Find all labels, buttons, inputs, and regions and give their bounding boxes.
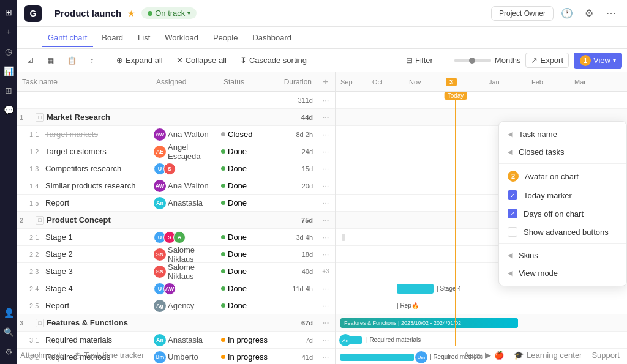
filter-button[interactable]: ⊟ Filter bbox=[401, 53, 438, 67]
sidebar-icon-add[interactable]: + bbox=[1, 24, 16, 39]
sidebar-icon-grid[interactable]: ⊞ bbox=[1, 83, 16, 98]
more-cell[interactable]: ··· bbox=[317, 318, 335, 327]
export-button[interactable]: ↗ Export bbox=[525, 53, 569, 68]
learning-center-button[interactable]: 🎓 Learning center bbox=[514, 351, 582, 360]
table-row: 1.1 Target markets AW Ana Walton Closed … bbox=[17, 126, 335, 143]
dropdown-separator bbox=[499, 243, 626, 244]
duration-cell: 24d bbox=[274, 148, 317, 155]
more-cell[interactable]: ··· bbox=[317, 284, 335, 293]
table-row: 1.3 Competitors research U S Done 15d ··… bbox=[17, 160, 335, 177]
support-button[interactable]: Support bbox=[591, 351, 620, 360]
dropdown-label: View mode bbox=[519, 269, 558, 278]
more-cell[interactable]: ··· bbox=[317, 181, 335, 190]
tab-gantt-chart[interactable]: Gantt chart bbox=[42, 29, 93, 47]
more-cell[interactable]: ··· bbox=[317, 198, 335, 207]
sidebar-icon-search[interactable]: 🔍 bbox=[1, 325, 16, 340]
dropdown-item-days-off[interactable]: ✓ Days off on chart bbox=[499, 204, 626, 223]
table-row: 1.4 Similar products research AW Ana Wal… bbox=[17, 177, 335, 195]
gantt-row-3: Features & Functions | 2023/10/02 - 2024… bbox=[336, 314, 627, 332]
task-name-cell: 2.4 Stage 4 bbox=[17, 284, 151, 293]
avatar: AW bbox=[154, 180, 166, 192]
task-time-tracker-button[interactable]: ◷ Task time tracker bbox=[74, 351, 144, 360]
sidebar-icon-home[interactable]: ⊞ bbox=[1, 5, 16, 20]
status-badge[interactable]: On track ▾ bbox=[141, 7, 197, 19]
sidebar-icon-clock[interactable]: ◷ bbox=[1, 44, 16, 59]
apps-icon2: 🍎 bbox=[494, 351, 504, 360]
history-icon[interactable]: 🕐 bbox=[558, 5, 576, 22]
project-owner-button[interactable]: Project Owner bbox=[491, 6, 554, 21]
table-row: 1.5 Report An Anastasia Done ··· bbox=[17, 195, 335, 212]
more-cell[interactable]: ··· bbox=[317, 301, 335, 310]
grid-icon[interactable]: ▦ bbox=[42, 54, 59, 67]
dropdown-item-closed-tasks[interactable]: ◀ Closed tasks bbox=[499, 143, 626, 161]
checkbox-checked-icon: ✓ bbox=[508, 209, 517, 218]
more-cell[interactable]: ··· bbox=[317, 147, 335, 156]
status-dot bbox=[221, 166, 225, 171]
avatar: SN bbox=[154, 248, 166, 261]
sidebar-icon-settings[interactable]: ⚙ bbox=[1, 344, 16, 359]
collapse-all-button[interactable]: ✕ Collapse all bbox=[171, 53, 231, 67]
more-cell[interactable]: ··· bbox=[317, 130, 335, 139]
tab-board[interactable]: Board bbox=[96, 29, 129, 47]
more-cell[interactable]: ··· bbox=[317, 113, 335, 122]
task-icon[interactable]: 📋 bbox=[62, 54, 81, 67]
dropdown-item-view-mode[interactable]: ◀ View mode bbox=[499, 264, 626, 282]
summary-row: 311d ··· bbox=[17, 92, 335, 109]
table-row: 2 □ Product Concept 75d ··· bbox=[17, 212, 335, 229]
assigned-cell: U S bbox=[151, 163, 219, 175]
more-cell[interactable]: ··· bbox=[317, 335, 335, 344]
more-cell[interactable]: +3 bbox=[317, 268, 335, 275]
cascade-sorting-button[interactable]: ↧ Cascade sorting bbox=[235, 53, 312, 67]
view-chevron: ▾ bbox=[613, 57, 616, 64]
status-text: Done bbox=[228, 284, 247, 293]
summary-more[interactable]: ··· bbox=[317, 95, 335, 105]
task-num: 1.3 bbox=[29, 165, 43, 173]
task-name-cell: 2.5 Report bbox=[17, 301, 151, 310]
settings-icon[interactable]: ⚙ bbox=[580, 5, 598, 22]
tab-dashboard[interactable]: Dashboard bbox=[246, 29, 298, 47]
dropdown-item-advanced-buttons[interactable]: Show advanced buttons bbox=[499, 223, 626, 241]
group-icon[interactable]: □ bbox=[36, 319, 44, 327]
task-name-text: Required materials bbox=[45, 335, 112, 344]
checkbox-checked-icon: ✓ bbox=[508, 190, 517, 200]
assigned-cell: AW Ana Walton bbox=[151, 180, 219, 192]
apps-button[interactable]: Apps ▶ 🍎 bbox=[464, 351, 504, 360]
status-dot bbox=[221, 149, 225, 154]
status-cell: Closed bbox=[219, 130, 274, 139]
task-num: 2.5 bbox=[29, 302, 43, 310]
dropdown-item-avatar[interactable]: 2 Avatar on chart bbox=[499, 166, 626, 186]
assigned-cell: Ag Agency bbox=[151, 300, 219, 312]
task-num: 2.4 bbox=[29, 285, 43, 292]
sidebar-icon-chart[interactable]: 📊 bbox=[1, 64, 16, 78]
sort-icon[interactable]: ↕ bbox=[85, 54, 99, 67]
more-cell[interactable]: ··· bbox=[317, 164, 335, 173]
dropdown-item-today-marker[interactable]: ✓ Today marker bbox=[499, 186, 626, 204]
checkbox-icon[interactable]: ☑ bbox=[22, 54, 39, 67]
group-icon[interactable]: □ bbox=[36, 216, 44, 225]
month-feb: Feb bbox=[531, 78, 543, 86]
avatar: AE bbox=[154, 146, 166, 158]
dropdown-item-task-name[interactable]: ◀ Task name bbox=[499, 125, 626, 143]
more-cell[interactable]: ··· bbox=[317, 215, 335, 225]
view-button[interactable]: 1 View ▾ bbox=[574, 53, 622, 69]
task-num: 1.1 bbox=[29, 131, 43, 138]
star-icon[interactable]: ★ bbox=[127, 9, 135, 18]
col-taskname-header: Task name bbox=[17, 72, 151, 91]
tab-list[interactable]: List bbox=[132, 29, 156, 47]
expand-all-button[interactable]: ⊕ Expand all bbox=[111, 53, 168, 67]
months-control[interactable]: ― Months bbox=[443, 56, 521, 65]
col-add-btn[interactable]: + bbox=[317, 72, 335, 91]
view-badge-2: 2 bbox=[508, 171, 519, 182]
more-icon[interactable]: ⋯ bbox=[603, 5, 620, 22]
group-icon[interactable]: □ bbox=[36, 113, 44, 122]
more-cell[interactable]: ··· bbox=[317, 250, 335, 259]
sidebar-icon-chat[interactable]: 💬 bbox=[1, 103, 16, 117]
assigned-name: Angel Escajeda bbox=[168, 143, 216, 161]
dropdown-item-skins[interactable]: ◀ Skins bbox=[499, 247, 626, 264]
task-name-text: Features & Functions bbox=[47, 318, 128, 327]
more-cell[interactable]: ··· bbox=[317, 232, 335, 242]
duration-cell: 11d 4h bbox=[274, 285, 317, 292]
tab-workload[interactable]: Workload bbox=[159, 29, 205, 47]
sidebar-icon-user[interactable]: 👤 bbox=[1, 305, 16, 320]
tab-people[interactable]: People bbox=[207, 29, 244, 47]
